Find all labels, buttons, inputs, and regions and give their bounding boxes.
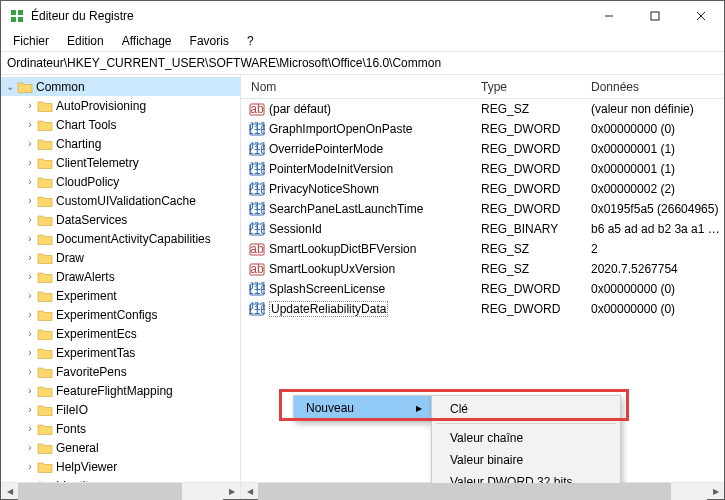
scroll-left-icon[interactable]: ◀ <box>241 483 258 500</box>
chevron-right-icon[interactable]: › <box>25 347 35 358</box>
tree-item-label: Experiment <box>56 289 117 303</box>
menu-favorites[interactable]: Favoris <box>182 32 237 50</box>
chevron-right-icon[interactable]: › <box>25 157 35 168</box>
list-row[interactable]: SmartLookupUxVersionREG_SZ2020.7.5267754 <box>241 259 724 279</box>
submenu-item[interactable]: Valeur binaire <box>432 449 620 471</box>
tree-item-label: FavoritePens <box>56 365 127 379</box>
tree-item-label: Fonts <box>56 422 86 436</box>
scroll-right-icon[interactable]: ▶ <box>223 483 240 500</box>
value-data: 2 <box>581 242 724 256</box>
chevron-right-icon[interactable]: › <box>25 233 35 244</box>
chevron-down-icon[interactable]: ⌄ <box>5 81 15 92</box>
chevron-right-icon[interactable]: › <box>25 290 35 301</box>
menu-help[interactable]: ? <box>239 32 262 50</box>
chevron-right-icon[interactable]: › <box>25 252 35 263</box>
list-row[interactable]: SmartLookupDictBFVersionREG_SZ2 <box>241 239 724 259</box>
binary-value-icon <box>249 122 265 137</box>
list-row[interactable]: GraphImportOpenOnPasteREG_DWORD0x0000000… <box>241 119 724 139</box>
tree-item[interactable]: ›CustomUIValidationCache <box>1 191 241 210</box>
chevron-right-icon[interactable]: › <box>25 176 35 187</box>
value-name: OverridePointerMode <box>269 142 383 156</box>
chevron-right-icon[interactable]: › <box>25 366 35 377</box>
binary-value-icon <box>249 162 265 177</box>
list-hscroll[interactable]: ◀ ▶ <box>241 482 724 499</box>
chevron-right-icon[interactable]: › <box>25 271 35 282</box>
chevron-right-icon[interactable]: › <box>25 119 35 130</box>
list-row[interactable]: SplashScreenLicenseREG_DWORD0x00000000 (… <box>241 279 724 299</box>
chevron-right-icon[interactable]: › <box>25 195 35 206</box>
string-value-icon <box>249 242 265 257</box>
value-data: 0x00000001 (1) <box>581 142 724 156</box>
chevron-right-icon[interactable]: › <box>25 404 35 415</box>
tree-item-parent[interactable]: ⌄Common <box>1 77 241 96</box>
chevron-right-icon[interactable]: › <box>25 442 35 453</box>
tree-item-label: CloudPolicy <box>56 175 119 189</box>
submenu-arrow-icon: ▶ <box>416 404 422 413</box>
value-name: GraphImportOpenOnPaste <box>269 122 412 136</box>
value-data: 0x00000000 (0) <box>581 122 724 136</box>
tree-item-label: Draw <box>56 251 84 265</box>
tree-item[interactable]: ›DrawAlerts <box>1 267 241 286</box>
tree-item[interactable]: ›AutoProvisioning <box>1 96 241 115</box>
chevron-right-icon[interactable]: › <box>25 309 35 320</box>
tree-item[interactable]: ›Charting <box>1 134 241 153</box>
col-header-type[interactable]: Type <box>471 80 581 94</box>
chevron-right-icon[interactable]: › <box>25 385 35 396</box>
col-header-name[interactable]: Nom <box>241 80 471 94</box>
tree-item[interactable]: ›ExperimentTas <box>1 343 241 362</box>
submenu-item[interactable]: Clé <box>432 398 620 420</box>
list-row[interactable]: SessionIdREG_BINARYb6 a5 ad ad b2 3a a1 … <box>241 219 724 239</box>
window-title: Éditeur du Registre <box>31 9 586 23</box>
address-bar[interactable]: Ordinateur\HKEY_CURRENT_USER\SOFTWARE\Mi… <box>1 51 724 75</box>
tree-item[interactable]: ›FavoritePens <box>1 362 241 381</box>
chevron-right-icon[interactable]: › <box>25 423 35 434</box>
svg-rect-10 <box>651 12 659 20</box>
tree-item[interactable]: ›ExperimentEcs <box>1 324 241 343</box>
tree-item[interactable]: ›DataServices <box>1 210 241 229</box>
scroll-left-icon[interactable]: ◀ <box>1 483 18 500</box>
list-row[interactable]: UpdateReliabilityDataREG_DWORD0x00000000… <box>241 299 724 319</box>
tree-item[interactable]: ›Experiment <box>1 286 241 305</box>
tree-item[interactable]: ›HelpViewer <box>1 457 241 476</box>
tree-item[interactable]: ›CloudPolicy <box>1 172 241 191</box>
context-item-nouveau[interactable]: Nouveau ▶ <box>294 396 432 420</box>
menu-file[interactable]: Fichier <box>5 32 57 50</box>
scroll-right-icon[interactable]: ▶ <box>707 483 724 500</box>
menu-view[interactable]: Affichage <box>114 32 180 50</box>
tree-item[interactable]: ›General <box>1 438 241 457</box>
chevron-right-icon[interactable]: › <box>25 328 35 339</box>
tree-item[interactable]: ›FeatureFlightMapping <box>1 381 241 400</box>
list-header: Nom Type Données <box>241 75 724 99</box>
submenu-item[interactable]: Valeur chaîne <box>432 427 620 449</box>
chevron-right-icon[interactable]: › <box>25 461 35 472</box>
tree-item[interactable]: ›Draw <box>1 248 241 267</box>
chevron-right-icon[interactable]: › <box>25 100 35 111</box>
context-menu: Nouveau ▶ <box>293 395 433 421</box>
tree-item[interactable]: ›ClientTelemetry <box>1 153 241 172</box>
tree-item-label: ClientTelemetry <box>56 156 139 170</box>
close-button[interactable] <box>678 1 724 31</box>
list-row[interactable]: (par défaut)REG_SZ(valeur non définie) <box>241 99 724 119</box>
col-header-data[interactable]: Données <box>581 80 724 94</box>
list-row[interactable]: PrivacyNoticeShownREG_DWORD0x00000002 (2… <box>241 179 724 199</box>
tree-hscroll[interactable]: ◀ ▶ <box>1 482 240 499</box>
list-row[interactable]: OverridePointerModeREG_DWORD0x00000001 (… <box>241 139 724 159</box>
tree-item[interactable]: ›Chart Tools <box>1 115 241 134</box>
tree-item-label: HelpViewer <box>56 460 117 474</box>
tree-item[interactable]: ›ExperimentConfigs <box>1 305 241 324</box>
value-name: SessionId <box>269 222 322 236</box>
tree-item[interactable]: ›Fonts <box>1 419 241 438</box>
menu-edit[interactable]: Edition <box>59 32 112 50</box>
chevron-right-icon[interactable]: › <box>25 214 35 225</box>
list-row[interactable]: SearchPaneLastLaunchTimeREG_DWORD0x0195f… <box>241 199 724 219</box>
minimize-button[interactable] <box>586 1 632 31</box>
tree-item-label: ExperimentTas <box>56 346 135 360</box>
maximize-button[interactable] <box>632 1 678 31</box>
value-type: REG_SZ <box>471 262 581 276</box>
value-type: REG_SZ <box>471 242 581 256</box>
tree-item[interactable]: ›DocumentActivityCapabilities <box>1 229 241 248</box>
tree-item[interactable]: ›Identity <box>1 476 241 482</box>
list-row[interactable]: PointerModeInitVersionREG_DWORD0x0000000… <box>241 159 724 179</box>
chevron-right-icon[interactable]: › <box>25 138 35 149</box>
tree-item[interactable]: ›FileIO <box>1 400 241 419</box>
